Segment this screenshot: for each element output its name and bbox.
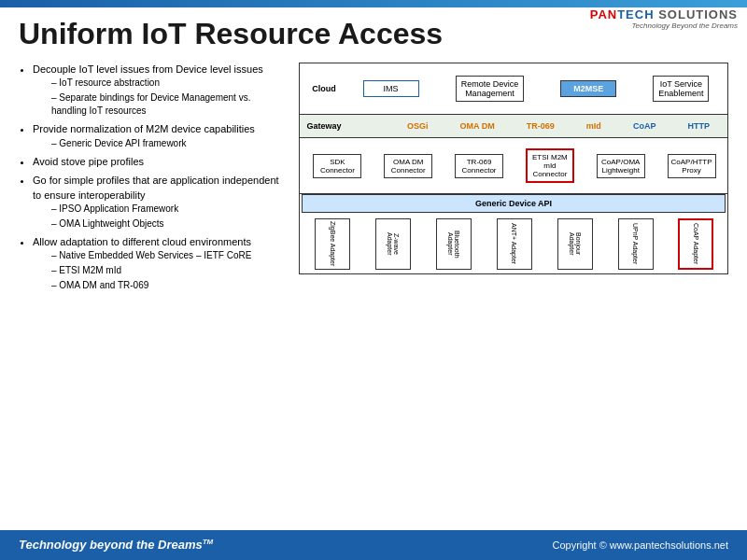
cloud-iot-service: IoT Service Enablement [653, 76, 709, 102]
sub-2-1: Generic Device API framework [51, 137, 285, 150]
sub-list-2: Generic Device API framework [51, 137, 285, 150]
zigbee-adapter: ZigBee Adapter [315, 218, 350, 270]
architecture-diagram: Cloud IMS Remote Device Management M2MSE… [299, 63, 728, 274]
ant-adapter: ANT+ Adapter [497, 218, 532, 270]
sub-1-2: Separate bindings for Device Management … [51, 91, 285, 118]
adapters-area: ZigBee Adapter Z-wave Adapter Bluetooth … [302, 218, 726, 270]
coap-adapter: CoAP Adapter [678, 218, 713, 270]
coap-oma-connector: CoAP/OMA Lightweight [597, 154, 645, 178]
cloud-ims: IMS [363, 80, 419, 97]
cloud-row: Cloud IMS Remote Device Management M2MSE… [300, 63, 727, 115]
proto-osgi: OSGi [407, 121, 429, 131]
bullet-1: Decouple IoT level issues from Device le… [33, 63, 285, 118]
bullet-3: Avoid stove pipe profiles [33, 155, 285, 169]
bullet-5: Allow adaptation to different cloud envi… [33, 235, 285, 292]
sub-5-3: OMA DM and TR-069 [51, 279, 285, 292]
sub-list-1: IoT resource abstraction Separate bindin… [51, 77, 285, 118]
adapters-row: ZigBee Adapter Z-wave Adapter Bluetooth … [300, 213, 727, 273]
proto-coap: CoAP [633, 121, 656, 131]
gateway-row: Gateway OSGi OMA DM TR-069 mId CoAP HTTP [300, 115, 727, 138]
cloud-rdm: Remote Device Management [456, 76, 525, 102]
right-diagram: Cloud IMS Remote Device Management M2MSE… [299, 63, 728, 274]
top-bar [0, 0, 747, 7]
connectors-row: SDK Connector OMA DM Connector TR-069 Co… [300, 138, 727, 194]
coap-http-proxy: CoAP/HTTP Proxy [668, 154, 716, 178]
etsi-connector: ETSI M2M mId Connector [526, 148, 574, 183]
tr069-connector: TR-069 Connector [455, 154, 503, 178]
gateway-label: Gateway [302, 121, 346, 131]
generic-api-bar: Generic Device API [302, 194, 726, 213]
bullet-2: Provide normalization of M2M device capa… [33, 122, 285, 149]
proto-omadm: OMA DM [460, 121, 495, 131]
footer-right: Copyright © www.pantechsolutions.net [553, 539, 728, 551]
bullet-4: Go for simple profiles that are applicat… [33, 174, 285, 231]
omadm-connector: OMA DM Connector [384, 154, 432, 178]
bluetooth-adapter: Bluetooth Adapter [436, 218, 472, 270]
two-col-layout: Decouple IoT level issues from Device le… [19, 63, 728, 298]
upnp-adapter: UPnP Adapter [618, 218, 654, 270]
footer-bar: Technology beyond the DreamsTM Copyright… [0, 530, 747, 560]
proto-mid: mId [586, 121, 601, 131]
sdk-connector: SDK Connector [313, 154, 361, 178]
footer-left: Technology beyond the DreamsTM [19, 538, 213, 552]
connectors-area: SDK Connector OMA DM Connector TR-069 Co… [302, 148, 726, 183]
cloud-label: Cloud [302, 84, 346, 93]
page-title: Uniform IoT Resource Access [19, 17, 728, 51]
main-content: Uniform IoT Resource Access Decouple IoT… [0, 7, 747, 298]
sub-4-2: OMA Lightweight Objects [51, 217, 285, 231]
cloud-boxes: IMS Remote Device Management M2MSE IoT S… [346, 76, 726, 102]
zwave-adapter: Z-wave Adapter [375, 218, 411, 270]
sub-list-5: Native Embedded Web Services – IETF CoRE… [51, 249, 285, 292]
bullet-list: Decouple IoT level issues from Device le… [33, 63, 285, 292]
sub-5-1: Native Embedded Web Services – IETF CoRE [51, 249, 285, 262]
cloud-m2mse: M2MSE [560, 80, 616, 97]
left-column: Decouple IoT level issues from Device le… [19, 63, 285, 298]
sub-5-2: ETSI M2M mId [51, 264, 285, 277]
protocol-row: OSGi OMA DM TR-069 mId CoAP HTTP [346, 121, 726, 131]
sub-4-1: IPSO Application Framework [51, 203, 285, 216]
sub-list-4: IPSO Application Framework OMA Lightweig… [51, 203, 285, 231]
sub-1-1: IoT resource abstraction [51, 77, 285, 90]
bonjour-adapter: Bonjour Adapter [557, 218, 593, 270]
proto-tr069: TR-069 [527, 121, 555, 131]
proto-http: HTTP [687, 121, 710, 131]
